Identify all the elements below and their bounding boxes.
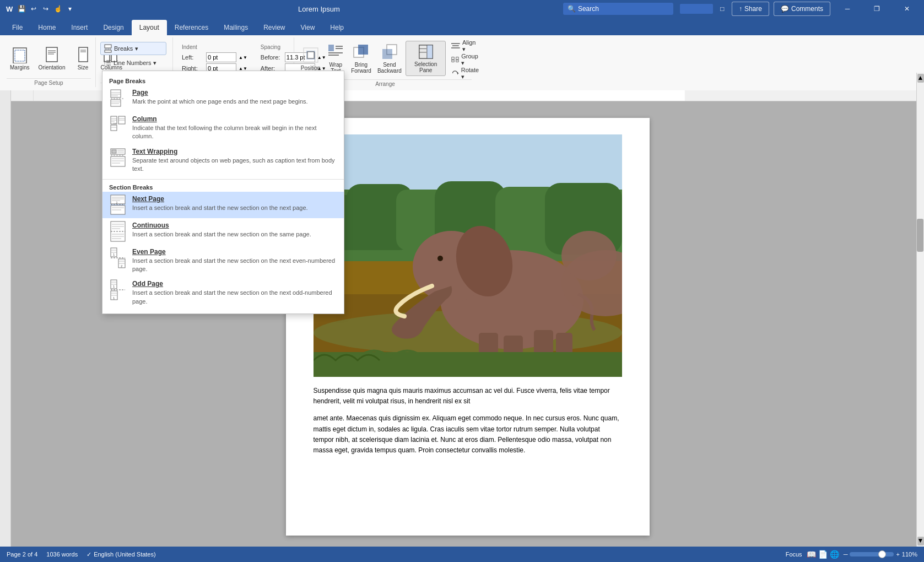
zoom-in-button[interactable]: + xyxy=(896,551,899,558)
svg-rect-19 xyxy=(105,50,111,52)
right-scrollbar[interactable]: ▲ ▼ xyxy=(916,90,924,547)
break-column-title: Column xyxy=(132,115,337,123)
document-image xyxy=(314,134,622,377)
break-next-page-item[interactable]: 2 Next Page Insert a section break and s… xyxy=(102,192,344,218)
orientation-label: Orientation xyxy=(39,64,66,71)
scroll-thumb[interactable] xyxy=(917,219,923,252)
break-next-page-title: Next Page xyxy=(132,195,337,203)
ribbon-content: Margins Orientation Size Columns Page Se… xyxy=(0,35,924,90)
break-continuous-title: Continuous xyxy=(132,221,337,229)
break-continuous-item[interactable]: Continuous Insert a section break and st… xyxy=(102,218,344,245)
web-layout-button[interactable]: 🌐 xyxy=(830,550,839,559)
scroll-down-arrow[interactable]: ▼ xyxy=(917,537,924,545)
restore-button[interactable]: ❐ xyxy=(864,0,890,18)
break-continuous-desc: Insert a section break and start the new… xyxy=(132,230,337,239)
page-breaks-title: Page Breaks xyxy=(102,75,344,85)
svg-rect-70 xyxy=(112,150,116,153)
break-page-item[interactable]: Page Mark the point at which one page en… xyxy=(102,85,344,112)
svg-rect-40 xyxy=(427,45,433,58)
align-button[interactable]: Align ▾ xyxy=(448,40,484,52)
tab-file[interactable]: File xyxy=(4,20,30,35)
svg-point-132 xyxy=(437,256,443,261)
dropdown-divider xyxy=(102,179,344,180)
read-mode-button[interactable]: 📖 xyxy=(807,550,816,559)
size-button[interactable]: Size xyxy=(71,40,95,75)
page-setup-label: Page Setup xyxy=(7,78,91,87)
breaks-chevron: ▾ xyxy=(135,45,138,52)
touch-mode-icon[interactable]: ☝ xyxy=(53,4,63,14)
rotate-button[interactable]: Rotate ▾ xyxy=(448,67,484,79)
tab-references[interactable]: References xyxy=(167,20,216,35)
status-left: Page 2 of 4 1036 words ✓ English (United… xyxy=(7,551,156,558)
break-even-page-title: Even Page xyxy=(132,248,337,256)
orientation-button[interactable]: Orientation xyxy=(35,40,69,75)
tab-insert[interactable]: Insert xyxy=(63,20,95,35)
comments-button[interactable]: 💬 Comments xyxy=(774,2,830,16)
line-numbers-button[interactable]: 123 Line Numbers ▾ xyxy=(100,57,166,69)
svg-point-138 xyxy=(561,231,617,280)
share-area: ↑ Share 💬 Comments xyxy=(732,2,830,16)
svg-rect-17 xyxy=(105,45,111,48)
share-button[interactable]: ↑ Share xyxy=(732,2,769,16)
svg-rect-36 xyxy=(358,45,368,55)
zoom-level[interactable]: 110% xyxy=(902,551,917,558)
selection-pane-button[interactable]: Selection Pane xyxy=(406,41,446,76)
tab-layout[interactable]: Layout xyxy=(132,20,167,35)
document-text-1: Suspendisse quis magna quis mauris maxim… xyxy=(314,386,622,407)
tab-mailings[interactable]: Mailings xyxy=(216,20,256,35)
print-layout-button[interactable]: 📄 xyxy=(818,550,828,559)
break-text-wrapping-desc: Separate text around objects on web page… xyxy=(132,156,337,174)
svg-rect-4 xyxy=(46,47,57,62)
title-bar-right: 🔍 Search □ ↑ Share 💬 Comments ─ ❐ ✕ xyxy=(563,0,920,18)
send-backward-button[interactable]: SendBackward xyxy=(376,41,404,76)
break-even-page-text: Even Page Insert a section break and sta… xyxy=(132,248,337,274)
ribbon-tab-bar: File Home Insert Design Layout Reference… xyxy=(0,18,924,35)
redo-icon[interactable]: ↪ xyxy=(41,4,51,14)
break-page-title: Page xyxy=(132,89,337,96)
break-text-wrapping-item[interactable]: Text Wrapping Separate text around objec… xyxy=(102,144,344,177)
save-icon[interactable]: 💾 xyxy=(17,4,26,14)
left-sidebar xyxy=(0,90,11,547)
search-bar[interactable]: 🔍 Search xyxy=(563,3,673,15)
indent-left-input[interactable] xyxy=(206,52,236,62)
minimize-button[interactable]: ─ xyxy=(835,0,860,18)
tab-design[interactable]: Design xyxy=(95,20,131,35)
break-odd-page-title: Odd Page xyxy=(132,280,337,288)
tab-view[interactable]: View xyxy=(293,20,323,35)
svg-rect-56 xyxy=(111,100,121,106)
svg-rect-48 xyxy=(452,60,454,62)
ribbon-display-icon[interactable]: □ xyxy=(717,4,727,14)
break-odd-page-item[interactable]: 1 1 Odd Page Insert a section break and … xyxy=(102,277,344,309)
zoom-out-button[interactable]: ─ xyxy=(844,551,848,558)
focus-button[interactable]: Focus xyxy=(786,551,802,558)
svg-text:3: 3 xyxy=(104,64,106,67)
tab-review[interactable]: Review xyxy=(256,20,293,35)
customize-qat-icon[interactable]: ▾ xyxy=(65,4,75,14)
page-indicator[interactable]: Page 2 of 4 xyxy=(7,551,37,558)
break-next-page-desc: Insert a section break and start the new… xyxy=(132,204,337,212)
bring-forward-button[interactable]: BringForward xyxy=(349,41,373,76)
break-even-page-item[interactable]: 1 2 Even Page Insert a section break and… xyxy=(102,245,344,277)
share-icon: ↑ xyxy=(739,5,742,13)
word-count[interactable]: 1036 words xyxy=(46,551,78,558)
svg-rect-49 xyxy=(456,60,458,62)
break-column-item[interactable]: Column Indicate that the text following … xyxy=(102,112,344,144)
group-button[interactable]: Group ▾ xyxy=(448,53,484,66)
svg-rect-30 xyxy=(328,45,334,51)
breaks-button[interactable]: Breaks ▾ xyxy=(100,42,166,55)
break-odd-page-icon: 1 1 xyxy=(109,280,127,300)
track-changes-icon: ✓ xyxy=(87,551,91,558)
margins-button[interactable]: Margins xyxy=(7,40,33,75)
undo-icon[interactable]: ↩ xyxy=(29,4,39,14)
view-buttons: 📖 📄 🌐 xyxy=(807,550,839,559)
zoom-thumb[interactable] xyxy=(878,550,886,558)
svg-rect-29 xyxy=(307,52,314,58)
break-column-desc: Indicate that the text following the col… xyxy=(132,124,337,141)
svg-rect-64 xyxy=(111,125,117,131)
tab-home[interactable]: Home xyxy=(30,20,63,35)
tab-help[interactable]: Help xyxy=(322,20,352,35)
indent-left-spinner[interactable]: ▲▼ xyxy=(239,55,247,60)
zoom-slider[interactable] xyxy=(850,552,894,556)
close-button[interactable]: ✕ xyxy=(894,0,920,18)
break-text-wrapping-icon xyxy=(109,148,127,167)
